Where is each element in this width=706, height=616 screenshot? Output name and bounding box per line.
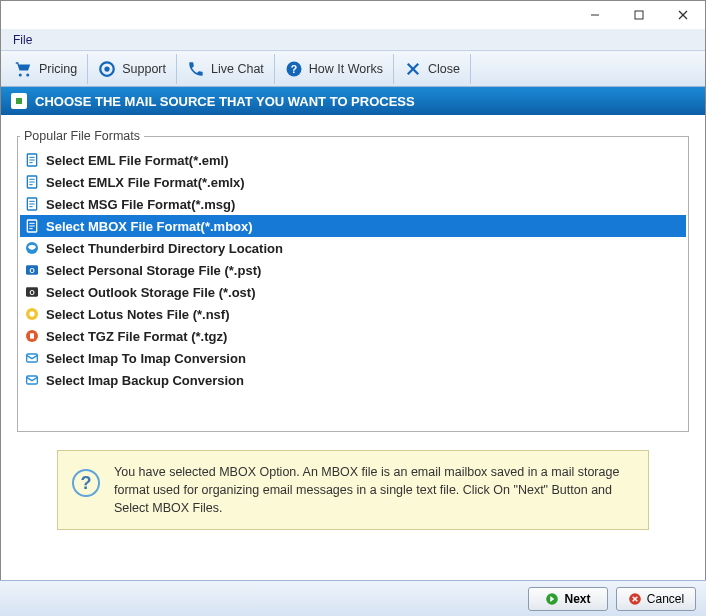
footer-bar: Next Cancel [0,580,706,616]
file-formats-list: Select EML File Format(*.eml)Select EMLX… [20,149,686,391]
list-item-label: Select Imap To Imap Conversion [46,351,246,366]
list-item-label: Select EML File Format(*.eml) [46,153,229,168]
info-box: ? You have selected MBOX Option. An MBOX… [57,450,649,530]
close-icon [678,10,688,20]
menu-bar: File [1,29,705,51]
info-question-icon: ? [72,469,100,497]
list-item[interactable]: Select Lotus Notes File (*.nsf) [20,303,686,325]
list-item[interactable]: Select EMLX File Format(*.emlx) [20,171,686,193]
list-item[interactable]: Select TGZ File Format (*.tgz) [20,325,686,347]
next-button[interactable]: Next [528,587,608,611]
list-item[interactable]: OSelect Outlook Storage File (*.ost) [20,281,686,303]
list-item-label: Select Imap Backup Conversion [46,373,244,388]
group-legend: Popular File Formats [20,129,144,143]
phone-icon [187,60,205,78]
cart-icon [15,60,33,78]
menu-file[interactable]: File [7,31,38,49]
next-label: Next [564,592,590,606]
info-message: You have selected MBOX Option. An MBOX f… [114,463,634,517]
maximize-icon [634,10,644,20]
outlook-ost-icon: O [24,284,40,300]
list-item-label: Select MSG File Format(*.msg) [46,197,235,212]
x-icon [404,60,422,78]
page-title: CHOOSE THE MAIL SOURCE THAT YOU WANT TO … [35,94,415,109]
file-emlx-icon [24,174,40,190]
pricing-button[interactable]: Pricing [5,54,88,84]
minimize-icon [590,10,600,20]
list-item-label: Select Lotus Notes File (*.nsf) [46,307,229,322]
close-window-button[interactable] [661,1,705,29]
list-item[interactable]: Select MSG File Format(*.msg) [20,193,686,215]
howitworks-button[interactable]: ? How It Works [275,54,394,84]
list-item-label: Select MBOX File Format(*.mbox) [46,219,253,234]
close-button[interactable]: Close [394,54,471,84]
window-titlebar [1,1,705,29]
file-eml-icon [24,152,40,168]
list-item-label: Select Thunderbird Directory Location [46,241,283,256]
question-icon: ? [285,60,303,78]
thunderbird-icon [24,240,40,256]
list-item[interactable]: Select Thunderbird Directory Location [20,237,686,259]
svg-text:?: ? [291,62,297,74]
close-label: Close [428,62,460,76]
svg-text:O: O [29,267,34,274]
list-item-label: Select Outlook Storage File (*.ost) [46,285,255,300]
page-header: CHOOSE THE MAIL SOURCE THAT YOU WANT TO … [1,87,705,115]
cancel-x-icon [628,592,642,606]
imap-icon [24,350,40,366]
livechat-label: Live Chat [211,62,264,76]
cancel-button[interactable]: Cancel [616,587,696,611]
list-item[interactable]: Select EML File Format(*.eml) [20,149,686,171]
howitworks-label: How It Works [309,62,383,76]
file-mbox-icon [24,218,40,234]
imap-backup-icon [24,372,40,388]
minimize-button[interactable] [573,1,617,29]
svg-point-5 [105,66,110,71]
list-item-label: Select EMLX File Format(*.emlx) [46,175,245,190]
svg-text:O: O [29,289,34,296]
next-arrow-icon [545,592,559,606]
livechat-button[interactable]: Live Chat [177,54,275,84]
maximize-button[interactable] [617,1,661,29]
svg-rect-36 [30,333,34,338]
tgz-icon [24,328,40,344]
list-item[interactable]: Select Imap Backup Conversion [20,369,686,391]
file-formats-group: Popular File Formats Select EML File For… [17,129,689,432]
cancel-label: Cancel [647,592,684,606]
header-icon [11,93,27,109]
pricing-label: Pricing [39,62,77,76]
svg-point-34 [29,311,34,316]
list-item[interactable]: OSelect Personal Storage File (*.pst) [20,259,686,281]
list-item[interactable]: Select MBOX File Format(*.mbox) [20,215,686,237]
list-item[interactable]: Select Imap To Imap Conversion [20,347,686,369]
list-item-label: Select TGZ File Format (*.tgz) [46,329,227,344]
list-item-label: Select Personal Storage File (*.pst) [46,263,261,278]
svg-rect-1 [635,11,643,19]
support-label: Support [122,62,166,76]
file-msg-icon [24,196,40,212]
support-icon [98,60,116,78]
main-content: Popular File Formats Select EML File For… [1,115,705,530]
outlook-pst-icon: O [24,262,40,278]
lotus-icon [24,306,40,322]
support-button[interactable]: Support [88,54,177,84]
svg-rect-11 [16,98,22,104]
toolbar: Pricing Support Live Chat ? How It Works… [1,51,705,87]
